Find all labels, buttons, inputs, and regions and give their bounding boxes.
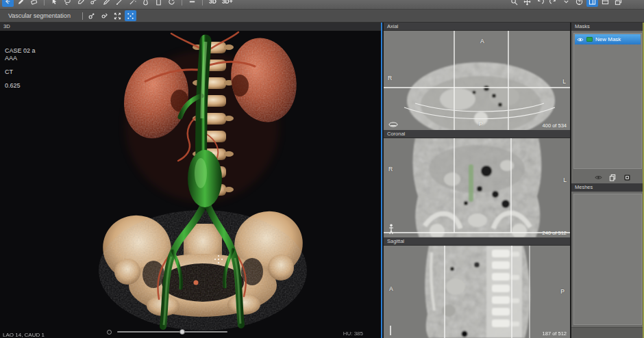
delete-filled-icon[interactable]: [621, 172, 633, 183]
refresh-icon[interactable]: [166, 0, 177, 7]
wand-icon[interactable]: [127, 0, 138, 7]
grid-dots-icon[interactable]: [125, 10, 136, 21]
mode-toolbar-icons: [86, 10, 136, 21]
mask-label: New Mask: [595, 36, 621, 42]
separator: [44, 0, 45, 5]
mode-title: Vascular segmentation: [0, 12, 79, 19]
brush-icon[interactable]: [75, 0, 86, 7]
threshold-ring-icon: [107, 330, 112, 335]
axial-label-anterior: A: [480, 38, 484, 44]
view-sagittal-header: Sagittal: [384, 237, 570, 246]
coronal-orientation-person-icon: [388, 224, 394, 235]
pan-icon[interactable]: [521, 0, 533, 7]
volume-rendering[interactable]: [69, 31, 336, 336]
mask-color-swatch: [586, 37, 593, 42]
view-axial[interactable]: Axial: [384, 23, 570, 130]
minus-icon[interactable]: [186, 0, 198, 7]
visibility-eye-icon[interactable]: [577, 36, 584, 43]
pen-icon[interactable]: [15, 0, 27, 7]
masks-panel-header: Masks: [571, 23, 644, 31]
axial-slice-counter: 400 of 534: [543, 122, 567, 129]
coronal-label-left: L: [563, 177, 567, 183]
masks-list[interactable]: New Mask: [573, 33, 642, 169]
meshes-panel-header: Meshes: [571, 183, 644, 192]
right-panel: Masks New Mask Meshes: [571, 23, 644, 338]
threshold-slider[interactable]: [117, 331, 227, 333]
eye-dark-icon[interactable]: [593, 172, 604, 183]
sagittal-slice-counter: 187 of 512: [543, 330, 567, 337]
chevron-down-icon[interactable]: [560, 0, 572, 7]
sagittal-label-posterior: P: [560, 288, 565, 295]
axial-label-left: L: [562, 78, 566, 85]
meshes-list[interactable]: [573, 194, 642, 325]
separator: [82, 12, 83, 20]
tool-3d-[interactable]: 3D+: [220, 0, 235, 7]
back-arrow-icon[interactable]: [2, 0, 14, 7]
coronal-slice-image[interactable]: [384, 138, 570, 237]
application-window: 3D3D+ Vascular segmentation 3D: [0, 0, 644, 338]
rotation-center-marker: [218, 259, 219, 260]
main-toolbar: 3D3D+: [0, 0, 644, 9]
coronal-label-right: R: [388, 166, 393, 172]
hu-readout: HU: 385: [343, 330, 363, 337]
slider-handle[interactable]: [179, 329, 185, 335]
sagittal-slice-image[interactable]: [384, 246, 570, 338]
view-axial-header: Axial: [384, 23, 570, 31]
view-3d-statusbar: LAO 14, CAUD 1 HU: 385: [0, 327, 381, 338]
slice-spacing: 0.625: [5, 82, 36, 90]
case-id: CASE 02 a: [5, 47, 36, 55]
panel-bottom-strip: [571, 327, 644, 338]
duplicate-icon[interactable]: [607, 172, 619, 183]
case-info: CASE 02 a AAA CT 0.625: [5, 47, 36, 90]
coronal-slice-counter: 240 of 512: [543, 230, 567, 236]
sagittal-label-anterior: A: [389, 285, 393, 292]
separator: [202, 0, 203, 5]
view-coronal-header: Coronal: [384, 130, 570, 138]
masks-toolbar: [571, 171, 644, 183]
lasso-icon[interactable]: [62, 0, 73, 7]
case-diagnosis: AAA: [5, 55, 36, 62]
mode-toolbar: Vascular segmentation: [0, 9, 644, 23]
axial-slice-image[interactable]: [384, 31, 570, 130]
view-3d[interactable]: 3D: [0, 23, 382, 338]
axial-orientation-icon: [388, 122, 398, 127]
toolbar-left-icons: 3D3D+: [2, 0, 235, 7]
tool-3d[interactable]: 3D: [207, 0, 219, 7]
window-restore-icon[interactable]: [612, 0, 624, 7]
view-coronal[interactable]: Coronal: [384, 130, 570, 237]
view-sagittal[interactable]: Sagittal: [384, 237, 570, 338]
seed-edit-icon[interactable]: [99, 10, 110, 21]
toolbar-right-icons: [508, 0, 624, 7]
page-icon[interactable]: [153, 0, 164, 7]
line-icon[interactable]: [114, 0, 125, 7]
help-icon[interactable]: [573, 0, 585, 7]
axial-label-posterior: P: [479, 120, 483, 127]
pencil-icon[interactable]: [101, 0, 112, 7]
view-3d-header: 3D: [0, 23, 381, 31]
undo-icon[interactable]: [534, 0, 546, 7]
expand-arrows-icon[interactable]: [112, 10, 123, 21]
eraser-icon[interactable]: [28, 0, 40, 7]
seed-point-icon[interactable]: [86, 10, 97, 21]
separator: [182, 0, 182, 5]
droplet-icon[interactable]: [140, 0, 151, 7]
sagittal-orientation-icon: [388, 326, 393, 335]
node-icon[interactable]: [88, 0, 99, 7]
magnifier-icon[interactable]: [508, 0, 520, 7]
redo-icon[interactable]: [547, 0, 559, 7]
axial-label-right: R: [388, 75, 392, 81]
layout-icon[interactable]: [586, 0, 598, 7]
mask-item[interactable]: New Mask: [575, 34, 641, 44]
cursor-icon[interactable]: [49, 0, 60, 7]
orientation-readout: LAO 14, CAUD 1: [3, 332, 45, 338]
modality-label: CT: [5, 68, 36, 76]
window-icon[interactable]: [599, 0, 611, 7]
